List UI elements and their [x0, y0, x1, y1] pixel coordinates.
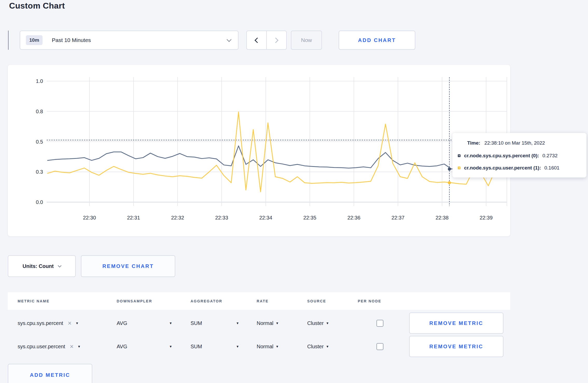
series-swatch-icon	[458, 154, 460, 157]
clear-metric-icon[interactable]: ✕	[69, 344, 74, 350]
aggregator-dropdown[interactable]: SUM ▾	[191, 320, 239, 326]
caret-down-icon: ▾	[76, 321, 78, 325]
time-nav-group	[246, 31, 287, 50]
units-dropdown[interactable]: Units: Count	[8, 255, 76, 277]
series-swatch-icon	[458, 167, 460, 169]
metrics-table-header: METRIC NAMEDOWNSAMPLERAGGREGATORRATESOUR…	[8, 292, 510, 310]
x-tick-label: 22:33	[215, 215, 228, 221]
time-back-button[interactable]	[247, 31, 267, 49]
column-header: DOWNSAMPLER	[117, 299, 191, 303]
add-chart-button[interactable]: ADD CHART	[339, 31, 415, 50]
caret-down-icon: ▾	[236, 344, 239, 349]
chart-plot[interactable]: 0.00.30.50.81.022:3022:3122:3222:3322:34…	[8, 65, 510, 236]
downsampler-value: AVG	[117, 320, 127, 326]
now-button[interactable]: Now	[291, 31, 322, 50]
x-tick-label: 22:37	[391, 215, 404, 221]
crosshair-point-0	[448, 167, 451, 171]
column-header: RATE	[257, 299, 307, 303]
metric-name-dropdown[interactable]: sys.cpu.sys.percent ✕ ▾	[18, 320, 117, 326]
caret-down-icon: ▾	[276, 344, 278, 349]
time-forward-button[interactable]	[267, 31, 286, 49]
time-window-badge: 10m	[26, 35, 43, 45]
rate-dropdown[interactable]: Normal ▾	[257, 320, 278, 326]
remove-metric-button[interactable]: REMOVE METRIC	[409, 336, 503, 357]
tooltip-series-row: cr.node.sys.cpu.user.percent (1): 0.1601	[458, 165, 559, 171]
x-tick-label: 22:36	[347, 215, 360, 221]
x-tick-label: 22:39	[480, 215, 493, 221]
caret-down-icon: ▾	[326, 344, 328, 349]
tooltip-series-value: 0.2732	[542, 153, 557, 159]
tooltip-series-value: 0.1601	[544, 165, 559, 171]
tooltip-series-label: cr.node.sys.cpu.sys.percent (0):	[464, 153, 539, 159]
source-value: Cluster	[307, 320, 324, 326]
x-tick-label: 22:30	[83, 215, 96, 221]
column-header: METRIC NAME	[18, 299, 117, 303]
x-tick-label: 22:31	[127, 215, 140, 221]
caret-down-icon: ▾	[78, 344, 80, 349]
chevron-left-icon	[255, 37, 260, 43]
per-node-checkbox[interactable]	[376, 343, 383, 350]
clear-metric-icon[interactable]: ✕	[68, 320, 72, 326]
tooltip-series-label: cr.node.sys.cpu.user.percent (1):	[464, 165, 541, 171]
tooltip-time-label: Time:	[467, 140, 480, 146]
metric-name-value: sys.cpu.sys.percent	[18, 320, 63, 326]
caret-down-icon: ▾	[276, 321, 278, 325]
add-metric-button[interactable]: ADD METRIC	[8, 364, 92, 383]
x-tick-label: 22:38	[436, 215, 449, 221]
column-header: SOURCE	[307, 299, 358, 303]
toolbar-divider	[8, 31, 9, 50]
y-tick-label: 1.0	[36, 78, 43, 84]
y-tick-label: 0.5	[36, 139, 43, 145]
aggregator-dropdown[interactable]: SUM ▾	[191, 344, 239, 350]
downsampler-dropdown[interactable]: AVG ▾	[117, 344, 172, 350]
caret-down-icon: ▾	[236, 321, 239, 325]
metric-table-row: sys.cpu.sys.percent ✕ ▾ AVG ▾ SUM ▾ Norm…	[8, 312, 510, 334]
rate-value: Normal	[257, 320, 273, 326]
crosshair-point-1	[448, 181, 451, 184]
metric-name-dropdown[interactable]: sys.cpu.user.percent ✕ ▾	[18, 344, 117, 350]
x-tick-label: 22:34	[259, 215, 272, 221]
chart-card: 0.00.30.50.81.022:3022:3122:3222:3322:34…	[8, 65, 510, 236]
aggregator-value: SUM	[191, 320, 202, 326]
metric-table-row: sys.cpu.user.percent ✕ ▾ AVG ▾ SUM ▾ Nor…	[8, 335, 510, 358]
chart-tooltip: Time:22:38:10 on Mar 15th, 2022 cr.node.…	[452, 133, 586, 178]
caret-down-icon: ▾	[326, 321, 328, 325]
y-tick-label: 0.8	[36, 109, 43, 114]
time-window-picker[interactable]: 10m Past 10 Minutes	[20, 31, 239, 50]
source-dropdown[interactable]: Cluster ▾	[307, 344, 328, 350]
downsampler-value: AVG	[117, 344, 127, 350]
downsampler-dropdown[interactable]: AVG ▾	[117, 320, 172, 326]
chevron-down-icon	[58, 264, 61, 267]
tooltip-time: Time:22:38:10 on Mar 15th, 2022	[467, 140, 545, 146]
chevron-right-icon	[273, 37, 278, 43]
aggregator-value: SUM	[191, 344, 202, 350]
rate-dropdown[interactable]: Normal ▾	[257, 344, 278, 350]
remove-chart-button[interactable]: REMOVE CHART	[81, 255, 175, 277]
caret-down-icon: ▾	[170, 344, 172, 349]
column-header: AGGREGATOR	[191, 299, 257, 303]
y-tick-label: 0.3	[36, 169, 43, 175]
tooltip-time-value: 22:38:10 on Mar 15th, 2022	[484, 140, 545, 146]
column-header: PER NODE	[358, 299, 402, 303]
per-node-checkbox[interactable]	[376, 320, 383, 327]
caret-down-icon: ▾	[170, 321, 172, 325]
remove-metric-button[interactable]: REMOVE METRIC	[409, 313, 503, 334]
source-dropdown[interactable]: Cluster ▾	[307, 320, 328, 326]
units-dropdown-label: Units: Count	[23, 263, 54, 269]
time-window-label: Past 10 Minutes	[52, 37, 91, 43]
tooltip-series-row: cr.node.sys.cpu.sys.percent (0): 0.2732	[458, 153, 557, 159]
y-tick-label: 0.0	[36, 199, 43, 205]
x-tick-label: 22:35	[303, 215, 316, 221]
metric-name-value: sys.cpu.user.percent	[18, 344, 65, 350]
x-tick-label: 22:32	[171, 215, 184, 221]
custom-chart-page: Custom Chart 10m Past 10 Minutes Now ADD…	[0, 0, 588, 383]
page-title: Custom Chart	[9, 1, 65, 11]
source-value: Cluster	[307, 344, 324, 350]
rate-value: Normal	[257, 344, 273, 350]
chevron-down-icon	[227, 37, 231, 42]
